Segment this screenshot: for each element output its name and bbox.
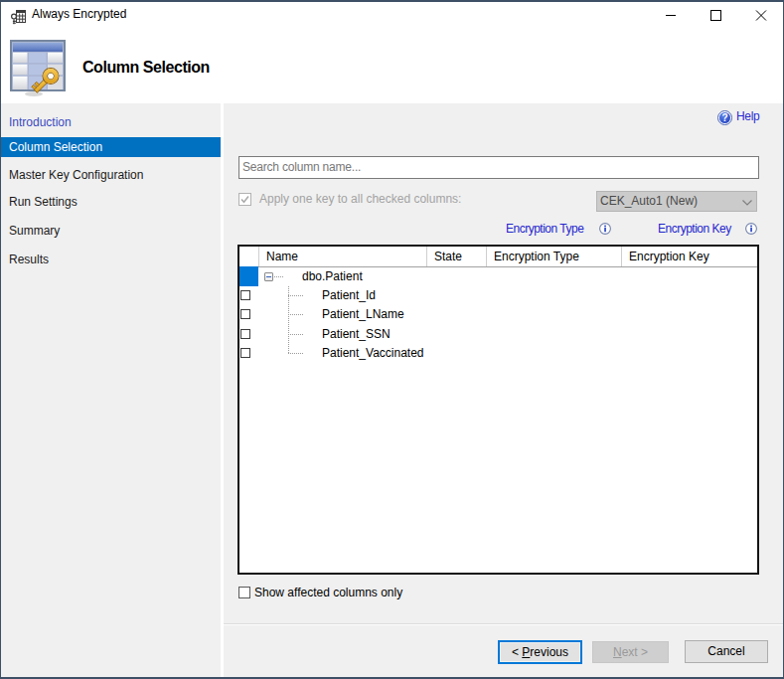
svg-text:?: ? (721, 112, 727, 123)
